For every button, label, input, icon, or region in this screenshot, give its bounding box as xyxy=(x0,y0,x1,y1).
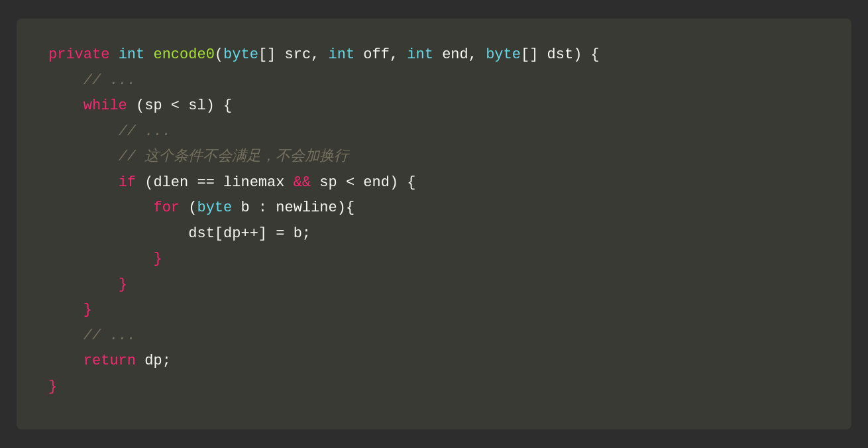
code-line-line7: if (dlen == linemax && sp < end) { xyxy=(48,170,820,196)
code-line-line3: while (sp < sl) { xyxy=(48,93,820,119)
code-line-line11: } xyxy=(48,272,820,298)
code-block: private int encode0(byte[] src, int off,… xyxy=(17,19,851,429)
code-line-line4: // ... xyxy=(48,119,820,145)
code-line-line1: private int encode0(byte[] src, int off,… xyxy=(48,42,820,68)
code-line-line6: // 这个条件不会满足，不会加换行 xyxy=(48,144,820,170)
code-line-line15: } xyxy=(48,374,820,400)
code-line-line13: // ... xyxy=(48,323,820,349)
code-line-line2: // ... xyxy=(48,68,820,94)
code-line-line14: return dp; xyxy=(48,349,820,374)
code-line-line9: dst[dp++] = b; xyxy=(48,221,820,247)
code-line-line12: } xyxy=(48,298,820,323)
code-line-line8: for (byte b : newline){ xyxy=(48,196,820,221)
code-line-line10: } xyxy=(48,247,820,272)
